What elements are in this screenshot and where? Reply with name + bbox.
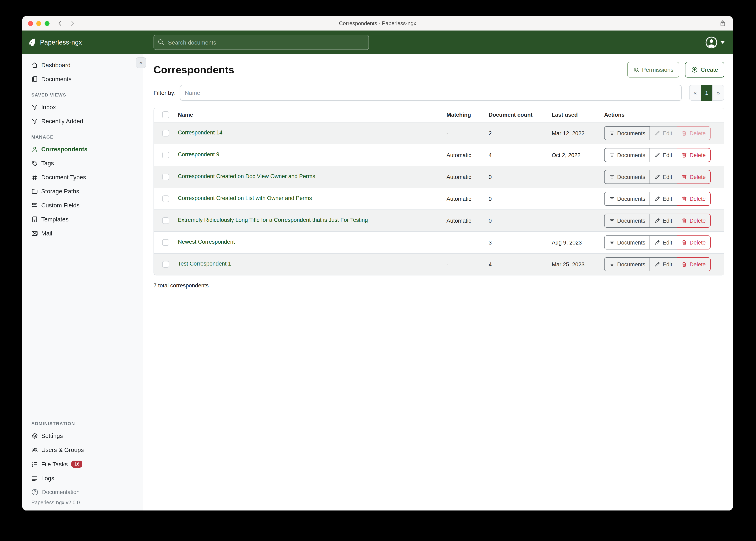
sidebar-item-document-types[interactable]: Document Types bbox=[22, 170, 143, 184]
row-checkbox[interactable] bbox=[162, 217, 169, 224]
documents-button[interactable]: Documents bbox=[604, 170, 650, 184]
sidebar-item-inbox[interactable]: Inbox bbox=[22, 100, 143, 114]
sidebar-item-recently-added[interactable]: Recently Added bbox=[22, 114, 143, 128]
filter-lines-icon bbox=[609, 240, 615, 245]
back-button[interactable] bbox=[57, 20, 63, 26]
brand[interactable]: Paperless-ngx bbox=[22, 38, 149, 47]
table-row: Extremely Ridiculously Long Title for a … bbox=[154, 210, 724, 231]
correspondent-name-link[interactable]: Newest Correspondent bbox=[178, 239, 235, 245]
documents-button[interactable]: Documents bbox=[604, 126, 650, 140]
sidebar-primary-nav: Dashboard Documents bbox=[22, 58, 143, 86]
sidebar-item-correspondents[interactable]: Correspondents bbox=[22, 142, 143, 156]
documentation-link[interactable]: Documentation bbox=[22, 485, 143, 497]
row-actions: Documents Edit Delete bbox=[604, 126, 710, 140]
delete-button[interactable]: Delete bbox=[677, 192, 710, 206]
documents-icon bbox=[31, 76, 38, 83]
correspondent-name-link[interactable]: Correspondent Created on Doc View Owner … bbox=[178, 173, 315, 179]
permissions-button[interactable]: Permissions bbox=[627, 62, 679, 78]
funnel-icon bbox=[31, 118, 38, 125]
edit-button[interactable]: Edit bbox=[650, 170, 677, 184]
documents-button[interactable]: Documents bbox=[604, 257, 650, 271]
pagination: « 1 » bbox=[689, 85, 724, 101]
matching-cell: Automatic bbox=[447, 218, 489, 224]
pagination-next-button[interactable]: » bbox=[712, 85, 724, 101]
sidebar-item-settings[interactable]: Settings bbox=[22, 429, 143, 443]
matching-cell: Automatic bbox=[447, 152, 489, 158]
sidebar-item-logs[interactable]: Logs bbox=[22, 471, 143, 485]
zoom-button[interactable] bbox=[45, 21, 50, 26]
last-used-cell: Mar 12, 2022 bbox=[552, 130, 604, 136]
user-avatar-icon bbox=[705, 36, 718, 48]
row-checkbox[interactable] bbox=[162, 239, 169, 246]
row-checkbox[interactable] bbox=[162, 130, 169, 137]
forward-button[interactable] bbox=[69, 20, 76, 26]
delete-button[interactable]: Delete bbox=[677, 236, 710, 250]
pagination-page-1-button[interactable]: 1 bbox=[701, 85, 713, 101]
delete-button[interactable]: Delete bbox=[677, 148, 710, 162]
sidebar-item-templates[interactable]: Templates bbox=[22, 212, 143, 227]
create-label: Create bbox=[701, 66, 718, 73]
edit-button[interactable]: Edit bbox=[650, 148, 677, 162]
document-count-cell: 4 bbox=[489, 261, 552, 268]
sidebar-collapse-button[interactable]: « bbox=[136, 57, 146, 68]
search-input[interactable] bbox=[154, 35, 369, 50]
create-button[interactable]: Create bbox=[685, 62, 724, 78]
row-checkbox[interactable] bbox=[162, 174, 169, 181]
filter-name-input[interactable] bbox=[180, 85, 682, 101]
pencil-icon bbox=[654, 240, 660, 245]
delete-button[interactable]: Delete bbox=[677, 214, 710, 228]
sidebar-item-mail[interactable]: Mail bbox=[22, 227, 143, 241]
main-content: Correspondents Permissions C bbox=[143, 54, 733, 510]
filter-lines-icon bbox=[609, 218, 615, 224]
delete-button[interactable]: Delete bbox=[677, 257, 710, 271]
column-header-actions: Actions bbox=[604, 112, 724, 118]
documents-button[interactable]: Documents bbox=[604, 148, 650, 162]
pencil-icon bbox=[654, 218, 660, 224]
mail-icon bbox=[31, 230, 38, 237]
correspondent-name-link[interactable]: Test Correspondent 1 bbox=[178, 261, 231, 267]
close-button[interactable] bbox=[28, 21, 33, 26]
edit-button[interactable]: Edit bbox=[650, 192, 677, 206]
document-count-cell: 0 bbox=[489, 174, 552, 180]
sidebar-item-storage-paths[interactable]: Storage Paths bbox=[22, 184, 143, 198]
sidebar-item-users-groups[interactable]: Users & Groups bbox=[22, 443, 143, 457]
sidebar-item-tags[interactable]: Tags bbox=[22, 156, 143, 170]
delete-button[interactable]: Delete bbox=[677, 170, 710, 184]
share-icon[interactable] bbox=[719, 20, 726, 27]
screen: Correspondents - Paperless-ngx Paperless… bbox=[0, 0, 756, 541]
app-window: Correspondents - Paperless-ngx Paperless… bbox=[22, 16, 733, 510]
row-checkbox[interactable] bbox=[162, 196, 169, 202]
tasks-icon bbox=[31, 461, 38, 467]
user-menu[interactable] bbox=[705, 36, 725, 48]
correspondent-name-link[interactable]: Extremely Ridiculously Long Title for a … bbox=[178, 217, 368, 223]
filter-lines-icon bbox=[609, 130, 615, 136]
documents-button[interactable]: Documents bbox=[604, 236, 650, 250]
table-header-row: Name Matching Document count Last used A… bbox=[154, 108, 724, 122]
sidebar-item-dashboard[interactable]: Dashboard bbox=[22, 58, 143, 72]
sidebar-item-custom-fields[interactable]: Custom Fields bbox=[22, 198, 143, 212]
edit-button[interactable]: Edit bbox=[650, 236, 677, 250]
edit-button[interactable]: Edit bbox=[650, 257, 677, 271]
row-checkbox[interactable] bbox=[162, 261, 169, 268]
correspondent-name-link[interactable]: Correspondent 14 bbox=[178, 130, 222, 136]
sidebar-admin-nav: Settings Users & Groups File Tasks 16 Lo… bbox=[22, 429, 143, 485]
users-icon bbox=[31, 447, 38, 453]
correspondent-name-link[interactable]: Correspondent 9 bbox=[178, 151, 219, 158]
template-icon bbox=[31, 216, 38, 223]
sidebar-item-documents[interactable]: Documents bbox=[22, 72, 143, 86]
pagination-prev-button[interactable]: « bbox=[689, 85, 701, 101]
table-row: Correspondent 9 Automatic 4 Oct 2, 2022 … bbox=[154, 144, 724, 166]
app-body: « Dashboard Documents SAVED VIEWS Inbox … bbox=[22, 54, 733, 510]
documents-button[interactable]: Documents bbox=[604, 192, 650, 206]
correspondent-name-link[interactable]: Correspondent Created on List with Owner… bbox=[178, 195, 312, 201]
sidebar-item-file-tasks[interactable]: File Tasks 16 bbox=[22, 457, 143, 471]
row-checkbox[interactable] bbox=[162, 152, 169, 159]
correspondents-table: Name Matching Document count Last used A… bbox=[154, 108, 724, 275]
select-all-checkbox[interactable] bbox=[162, 112, 169, 118]
edit-button[interactable]: Edit bbox=[650, 214, 677, 228]
total-count-label: 7 total correspondents bbox=[154, 282, 724, 288]
minimize-button[interactable] bbox=[36, 21, 41, 26]
trash-icon bbox=[681, 218, 687, 224]
documents-button[interactable]: Documents bbox=[604, 214, 650, 228]
file-tasks-count-badge: 16 bbox=[71, 461, 82, 468]
